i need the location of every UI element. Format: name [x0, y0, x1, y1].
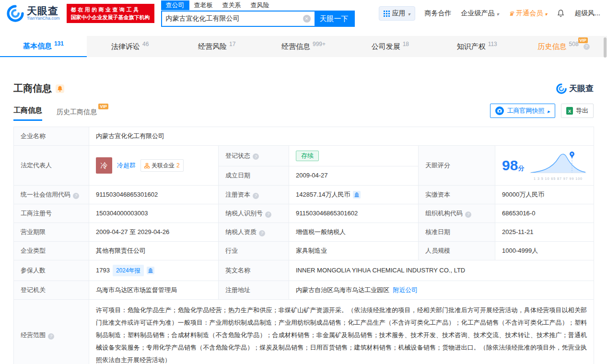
snapshot-button[interactable]: 工商官网快照 [490, 104, 555, 118]
crown-icon [509, 10, 514, 17]
label-paid-capital: 实缴资本 [419, 186, 495, 204]
vip-badge: VIP [578, 37, 588, 43]
label-company-name: 企业名称 [14, 127, 89, 146]
nearby-company-link[interactable]: 附近公司 [393, 286, 418, 294]
value-business-term: 2009-04-27 至 2029-04-26 [89, 223, 219, 242]
search-button[interactable]: 天眼一下 [315, 12, 354, 26]
tab-label: 历史工商信息 [57, 108, 97, 116]
menu-item-apps[interactable]: 应用 [379, 6, 415, 21]
nav-tab-history[interactable]: VIP 历史信息 508 [520, 36, 607, 57]
tab-history-business-info[interactable]: VIP 历史工商信息 [57, 108, 97, 121]
value-taxpayer-id: 911503046865301602 [289, 204, 419, 223]
label-reg-capital: 注册资本 [219, 186, 289, 204]
help-icon[interactable] [265, 211, 271, 218]
scrollbar-thumb[interactable] [604, 37, 607, 58]
menu-item-vip[interactable]: 开通会员 [509, 9, 548, 18]
bell-icon[interactable] [557, 9, 565, 18]
table-row: 法定代表人 冷 冷超群 关联企业 2 登记状态 存续 天眼评分 [14, 146, 594, 166]
export-label: 导出 [576, 106, 588, 115]
value-approval-date: 2025-11-21 [495, 223, 594, 242]
related-company-badge[interactable]: 关联企业 2 [140, 159, 184, 172]
help-icon[interactable] [253, 193, 259, 199]
search-tab-company[interactable]: 查公司 [161, 0, 189, 10]
nav-tab-development[interactable]: 公司发展 18 [347, 36, 433, 57]
chevron-down-icon [408, 10, 410, 17]
nav-tab-count: 999+ [313, 41, 326, 47]
related-label: 关联企业 [152, 161, 175, 170]
search-tabs: 查公司 查老板 查关系 查风险 [161, 0, 355, 11]
camera-icon [495, 106, 504, 115]
menu-item-cooperation[interactable]: 商务合作 [425, 9, 452, 18]
snapshot-label: 工商官网快照 [507, 106, 544, 115]
score-value: 98分 [502, 158, 524, 173]
promo-line2: 国家中小企业发展子基金旗下机构 [71, 13, 150, 21]
status-badge: 存续 [296, 151, 319, 161]
nav-tab-label: 法律诉讼 [111, 42, 140, 51]
export-button[interactable]: X 导出 [561, 104, 594, 118]
label-reg-status: 登记状态 [219, 146, 289, 166]
score-ticks: 1 3 5 10 65 87 97 99 100 [529, 177, 587, 181]
value-org-code: 68653016-0 [495, 204, 594, 223]
label-industry: 行业 [219, 242, 289, 260]
search-tab-risk[interactable]: 查风险 [246, 0, 274, 10]
menu-item-enterprise[interactable]: 企业级产品 [461, 9, 499, 18]
legal-rep-link[interactable]: 冷超群 [117, 161, 136, 170]
announcement-icon[interactable] [56, 84, 64, 93]
search-tab-relation[interactable]: 查关系 [218, 0, 246, 10]
nav-tab-risk[interactable]: 经营风险 17 [174, 36, 260, 57]
page-title: 工商信息 [13, 82, 52, 95]
help-icon[interactable] [584, 44, 590, 50]
score-panel[interactable]: 98分 1 3 5 1 [502, 150, 587, 181]
arrow-right-icon [547, 107, 550, 115]
label-org-code: 组织机构代码 [419, 204, 495, 223]
nav-tab-count: 113 [488, 41, 497, 47]
nav-tab-basic-info[interactable]: 基本信息 131 [0, 36, 87, 57]
help-icon[interactable] [48, 333, 54, 340]
nav-tab-legal[interactable]: 法律诉讼 46 [87, 36, 174, 57]
table-row: 工商注册号 150304000003003 纳税人识别号 91150304686… [14, 204, 594, 223]
excel-icon: X [566, 107, 573, 115]
table-row: 营业期限 2009-04-27 至 2029-04-26 纳税人资质 增值税一般… [14, 223, 594, 242]
promo-line1: 都在用的商业查询工具 [71, 6, 150, 13]
menu-enterprise-label: 企业级产品 [461, 9, 495, 18]
help-icon[interactable] [73, 193, 79, 199]
search-input[interactable] [162, 15, 303, 23]
label-taxpayer-quality: 纳税人资质 [219, 223, 289, 242]
logo-brand: 天眼查 [27, 6, 60, 16]
nav-tab-label: 经营信息 [281, 42, 310, 51]
search-tab-boss[interactable]: 查老板 [189, 0, 218, 10]
user-account[interactable]: 超级风... [574, 9, 600, 18]
bank-icon[interactable] [147, 267, 154, 274]
tianyancha-logo-icon [556, 83, 567, 94]
tab-business-info[interactable]: 工商信息 [13, 106, 42, 121]
table-row: 统一社会信用代码 911503046865301602 注册资本 142857.… [14, 186, 594, 204]
org-chart-icon [144, 163, 150, 168]
table-row: 参保人数 1793 2024年报 英文名称 INNER MONGOLIA YIH… [14, 260, 594, 281]
label-approval-date: 核准日期 [419, 223, 495, 242]
label-insured: 参保人数 [14, 260, 89, 281]
tianyancha-logo[interactable]: 天眼查 TianYanCha.com [7, 5, 60, 22]
table-row: 企业类型 其他有限责任公司 行业 家具制造业 人员规模 1000-4999人 [14, 242, 594, 260]
nav-tab-operation[interactable]: 经营信息 999+ [260, 36, 347, 57]
help-icon[interactable] [259, 230, 265, 236]
value-establish-date: 2009-04-27 [289, 166, 419, 185]
avatar[interactable]: 冷 [96, 157, 112, 174]
label-reg-address: 注册地址 [219, 281, 289, 300]
value-reg-address: 内蒙古自治区乌海市乌达工业园区 附近公司 [289, 281, 594, 300]
bank-icon[interactable] [353, 191, 361, 199]
related-count: 2 [176, 161, 180, 170]
table-row: 登记机关 乌海市乌达区市场监督管理局 注册地址 内蒙古自治区乌海市乌达工业园区 … [14, 281, 594, 300]
help-icon[interactable] [465, 211, 471, 218]
main-content: 工商信息 天眼查 工商信息 VIP 历史工商信息 [0, 82, 607, 364]
header-menu: 应用 商务合作 企业级产品 开通会员 超级风... [379, 6, 600, 21]
chevron-down-icon [497, 10, 499, 17]
watermark-text: 天眼查 [569, 83, 594, 94]
label-business-scope: 经营范围 [14, 300, 89, 364]
nav-tab-count: 46 [142, 41, 149, 47]
value-credit-code: 911503046865301602 [89, 186, 219, 204]
clear-icon[interactable] [303, 15, 311, 23]
help-icon[interactable] [253, 153, 259, 160]
sub-tab-row: 工商信息 VIP 历史工商信息 工商官网快照 X [13, 104, 594, 121]
nav-tab-ip[interactable]: 知识产权 113 [433, 36, 520, 57]
annual-report-badge[interactable]: 2024年报 [113, 265, 144, 276]
